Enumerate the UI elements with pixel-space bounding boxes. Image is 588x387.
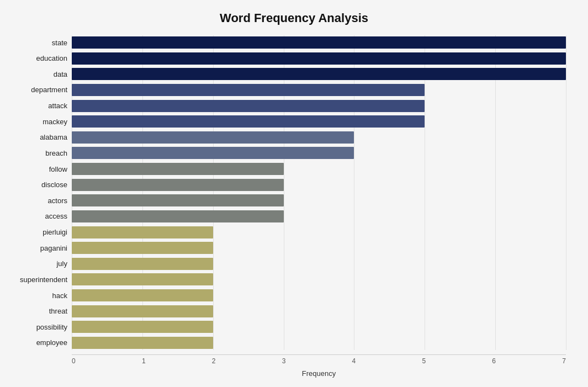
bar-row: threat — [72, 304, 566, 319]
bar-row: state — [72, 35, 566, 50]
bar-label: state — [11, 39, 72, 47]
bar-label: data — [11, 70, 72, 78]
x-label: Frequency — [72, 369, 566, 378]
x-tick: 7 — [562, 357, 566, 365]
bar-fill — [72, 242, 213, 254]
bar-label: breach — [11, 149, 72, 157]
bar-fill — [72, 36, 566, 49]
bar-track — [72, 258, 566, 270]
bar-label: access — [11, 212, 72, 220]
bar-fill — [72, 52, 566, 65]
x-axis-line — [72, 354, 566, 355]
bar-track — [72, 210, 566, 222]
bar-row: employee — [72, 336, 566, 350]
bar-row: education — [72, 51, 566, 66]
bar-fill — [72, 100, 425, 112]
bar-label: hack — [11, 291, 72, 300]
bar-row: july — [72, 257, 566, 271]
bar-fill — [72, 147, 354, 159]
bar-track — [72, 36, 566, 49]
bar-fill — [72, 273, 213, 285]
bar-row: hack — [72, 288, 566, 303]
bar-fill — [72, 194, 284, 206]
bar-row: pierluigi — [72, 225, 566, 240]
x-tick: 4 — [352, 357, 356, 365]
bar-track — [72, 147, 566, 159]
x-tick: 2 — [212, 357, 216, 365]
bar-track — [72, 321, 566, 333]
bar-label: education — [11, 54, 72, 62]
bar-track — [72, 226, 566, 238]
bar-row: attack — [72, 99, 566, 113]
bar-track — [72, 289, 566, 301]
bar-label: july — [11, 259, 72, 268]
bar-label: alabama — [11, 133, 72, 141]
bar-fill — [72, 226, 213, 238]
bar-row: superintendent — [72, 272, 566, 287]
bar-fill — [72, 179, 284, 191]
bar-row: breach — [72, 146, 566, 160]
bar-label: superintendent — [11, 275, 72, 284]
x-ticks: 01234567 — [72, 357, 566, 365]
x-tick: 1 — [142, 357, 146, 365]
x-tick: 5 — [422, 357, 426, 365]
bar-fill — [72, 163, 284, 175]
bar-track — [72, 84, 566, 96]
bar-track — [72, 163, 566, 175]
bar-track — [72, 131, 566, 144]
bar-row: actors — [72, 193, 566, 208]
bar-row: disclose — [72, 178, 566, 192]
bar-track — [72, 100, 566, 112]
bar-track — [72, 337, 566, 349]
bar-label: possibility — [11, 323, 72, 331]
bar-track — [72, 115, 566, 128]
bar-label: paganini — [11, 244, 72, 252]
bar-row: department — [72, 83, 566, 97]
bar-label: pierluigi — [11, 228, 72, 236]
bar-track — [72, 305, 566, 317]
bar-label: actors — [11, 197, 72, 205]
bar-track — [72, 179, 566, 191]
grid-line — [566, 35, 566, 350]
bar-row: possibility — [72, 320, 566, 334]
bar-label: follow — [11, 165, 72, 173]
bar-fill — [72, 68, 566, 80]
bar-row: access — [72, 209, 566, 224]
x-tick: 0 — [72, 357, 76, 365]
bar-track — [72, 194, 566, 206]
bar-row: alabama — [72, 130, 566, 145]
bar-label: attack — [11, 102, 72, 110]
bar-fill — [72, 289, 213, 301]
x-tick: 3 — [282, 357, 286, 365]
x-axis: 01234567 Frequency — [72, 354, 566, 378]
bar-row: data — [72, 67, 566, 81]
bar-fill — [72, 305, 213, 317]
bar-label: employee — [11, 338, 72, 347]
x-tick: 6 — [492, 357, 496, 365]
bar-fill — [72, 210, 284, 222]
bar-track — [72, 242, 566, 254]
bar-row: paganini — [72, 241, 566, 255]
bar-fill — [72, 337, 213, 349]
bar-label: disclose — [11, 181, 72, 189]
bar-label: threat — [11, 307, 72, 315]
bar-track — [72, 273, 566, 285]
chart-container: Word Frequency Analysis stateeducationda… — [0, 0, 588, 387]
bar-label: department — [11, 86, 72, 94]
bar-fill — [72, 115, 425, 128]
bar-fill — [72, 84, 425, 96]
bar-row: follow — [72, 162, 566, 176]
bar-fill — [72, 258, 213, 270]
bar-track — [72, 52, 566, 65]
bars-wrapper: stateeducationdatadepartmentattackmackey… — [72, 35, 566, 350]
chart-title: Word Frequency Analysis — [22, 11, 566, 25]
bar-track — [72, 68, 566, 80]
chart-area: stateeducationdatadepartmentattackmackey… — [72, 35, 566, 350]
bar-fill — [72, 131, 354, 144]
bar-fill — [72, 321, 213, 333]
bar-label: mackey — [11, 118, 72, 126]
bar-row: mackey — [72, 114, 566, 129]
